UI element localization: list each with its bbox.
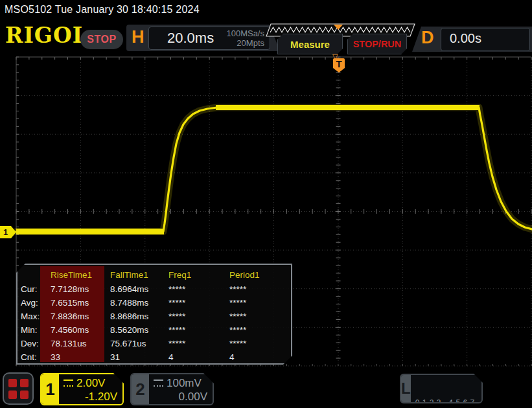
measurement-row-max: Max: 7.8836ms 8.8686ms ***** ***** bbox=[21, 310, 291, 323]
menu-grid-icon bbox=[8, 391, 17, 399]
measurement-column-freq[interactable]: Freq1 bbox=[168, 270, 229, 280]
dc-coupling-icon bbox=[64, 380, 73, 387]
logic-channels-row1: 0 1 2 3 4 5 6 7 bbox=[415, 398, 483, 403]
channel2-badge[interactable]: 2 100mV 0.00V bbox=[130, 373, 214, 405]
measurement-results-panel: RiseTime1 FallTime1 Freq1 Period1 Cur: 7… bbox=[16, 264, 292, 365]
channel1-number: 1 bbox=[41, 374, 59, 404]
logic-channels-badge[interactable]: L 0 1 2 3 4 5 6 7 8 9 10 11 12 13 14 15 bbox=[400, 374, 483, 403]
channel2-offset: 0.00V bbox=[154, 390, 207, 403]
channel1-offset: -1.20V bbox=[64, 390, 117, 403]
measurement-column-falltime[interactable]: FallTime1 bbox=[110, 270, 168, 280]
channel1-scale: 2.00V bbox=[76, 376, 105, 390]
measurement-row-avg: Avg: 7.6515ms 8.7488ms ***** ***** bbox=[21, 296, 291, 310]
menu-grid-icon bbox=[20, 379, 29, 387]
measurement-row-cur: Cur: 7.7128ms 8.6964ms ***** ***** bbox=[21, 282, 291, 296]
measurement-row-cnt: Cnt: 33 31 4 4 bbox=[21, 350, 291, 364]
channel2-scale: 100mV bbox=[167, 376, 202, 390]
measurement-column-period[interactable]: Period1 bbox=[229, 270, 288, 280]
channel1-badge[interactable]: 1 2.00V -1.20V bbox=[40, 373, 124, 405]
dc-coupling-icon bbox=[154, 380, 163, 387]
menu-grid-icon bbox=[8, 379, 17, 387]
measurement-column-risetime[interactable]: RiseTime1 bbox=[45, 270, 110, 280]
logic-label: L bbox=[401, 375, 411, 402]
quick-menu-button[interactable] bbox=[3, 372, 34, 405]
measurement-header-row: RiseTime1 FallTime1 Freq1 Period1 bbox=[21, 267, 291, 282]
measurement-row-dev: Dev: 78.131us 75.671us ***** ***** bbox=[21, 337, 291, 350]
channel2-number: 2 bbox=[132, 374, 149, 404]
measurement-row-min: Min: 7.4560ms 8.5620ms ***** ***** bbox=[21, 323, 291, 337]
menu-grid-icon bbox=[20, 391, 29, 399]
